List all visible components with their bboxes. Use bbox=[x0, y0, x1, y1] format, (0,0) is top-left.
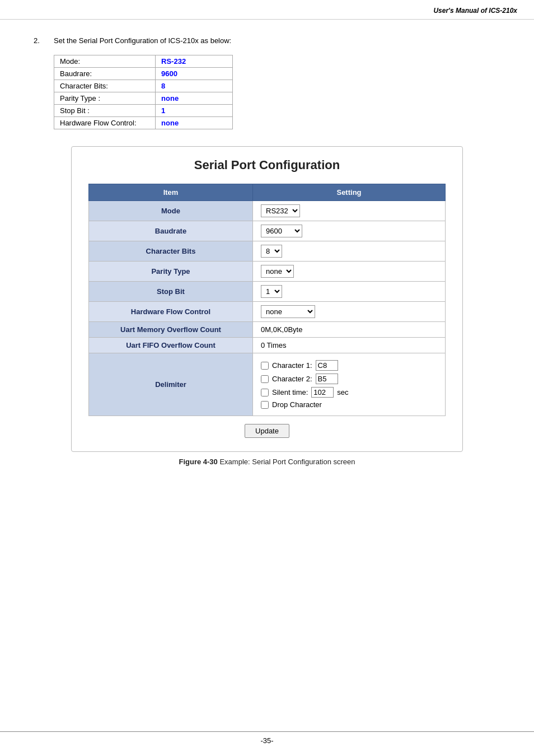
page-number: -35- bbox=[260, 736, 273, 745]
figure-label: Figure 4-30 bbox=[179, 458, 217, 466]
config-summary-table: Mode:RS-232Baudrare:9600Character Bits:8… bbox=[54, 55, 233, 129]
config-value: 1 bbox=[156, 105, 233, 117]
drop-label: Drop Character bbox=[272, 400, 322, 409]
config-label: Parity Type : bbox=[54, 92, 156, 105]
col-item-header: Item bbox=[89, 184, 253, 201]
serial-item-label: Mode bbox=[89, 201, 253, 221]
config-row: Baudrare:9600 bbox=[54, 68, 233, 80]
setting-select-character-bits[interactable]: 8765 bbox=[261, 245, 282, 258]
intro-line: 2. Set the Serial Port Configuration of … bbox=[34, 36, 500, 45]
config-value: none bbox=[156, 92, 233, 105]
delimiter-cell: Character 1:Character 2:Silent time:secD… bbox=[261, 358, 437, 411]
config-row: Character Bits:8 bbox=[54, 80, 233, 92]
char1-label: Character 1: bbox=[272, 361, 312, 370]
setting-text: 0M,0K,0Byte bbox=[261, 325, 302, 334]
delimiter-silent-item: Silent time:sec bbox=[261, 387, 437, 398]
config-row: Hardware Flow Control:none bbox=[54, 117, 233, 129]
config-label: Hardware Flow Control: bbox=[54, 117, 156, 129]
config-label: Stop Bit : bbox=[54, 105, 156, 117]
serial-row: Baudrate9600192003840057600115200 bbox=[89, 221, 446, 241]
delimiter-char2-item: Character 2: bbox=[261, 374, 437, 384]
char1-checkbox[interactable] bbox=[261, 362, 269, 370]
char2-checkbox[interactable] bbox=[261, 375, 269, 383]
figure-caption: Figure 4-30 Example: Serial Port Configu… bbox=[34, 458, 500, 466]
serial-config-table: Item Setting ModeRS232RS485RS422Baudrate… bbox=[88, 184, 446, 416]
drop-checkbox[interactable] bbox=[261, 401, 269, 409]
serial-setting-cell: RS232RS485RS422 bbox=[253, 201, 446, 221]
serial-row: Hardware Flow ControlnoneRTS/CTSXON/XOFF bbox=[89, 302, 446, 322]
setting-text: 0 Times bbox=[261, 341, 287, 349]
config-row: Parity Type :none bbox=[54, 92, 233, 105]
config-label: Baudrare: bbox=[54, 68, 156, 80]
char2-input[interactable] bbox=[316, 374, 338, 384]
config-value: RS-232 bbox=[156, 55, 233, 68]
serial-row: Uart FIFO Overflow Count0 Times bbox=[89, 338, 446, 353]
serial-item-label: Uart Memory Overflow Count bbox=[89, 322, 253, 338]
serial-item-label: Hardware Flow Control bbox=[89, 302, 253, 322]
delimiter-char1-item: Character 1: bbox=[261, 360, 437, 371]
setting-select-stop-bit[interactable]: 12 bbox=[261, 285, 282, 298]
serial-port-panel: Serial Port Configuration Item Setting M… bbox=[71, 146, 463, 452]
serial-row: Character Bits8765 bbox=[89, 241, 446, 262]
setting-select-hardware-flow-control[interactable]: noneRTS/CTSXON/XOFF bbox=[261, 305, 315, 318]
serial-item-label: Delimiter bbox=[89, 353, 253, 416]
serial-item-label: Parity Type bbox=[89, 262, 253, 282]
serial-setting-cell: 9600192003840057600115200 bbox=[253, 221, 446, 241]
serial-item-label: Baudrate bbox=[89, 221, 253, 241]
col-setting-header: Setting bbox=[253, 184, 446, 201]
serial-setting-cell: 8765 bbox=[253, 241, 446, 262]
silent-input[interactable] bbox=[311, 387, 334, 398]
config-row: Stop Bit :1 bbox=[54, 105, 233, 117]
serial-setting-cell: 0 Times bbox=[253, 338, 446, 353]
serial-item-label: Character Bits bbox=[89, 241, 253, 262]
serial-row: ModeRS232RS485RS422 bbox=[89, 201, 446, 221]
silent-checkbox[interactable] bbox=[261, 389, 269, 396]
char2-label: Character 2: bbox=[272, 375, 312, 383]
serial-row: Uart Memory Overflow Count0M,0K,0Byte bbox=[89, 322, 446, 338]
update-button[interactable]: Update bbox=[245, 424, 289, 438]
delimiter-drop-item: Drop Character bbox=[261, 400, 437, 409]
silent-label: Silent time: bbox=[272, 388, 308, 396]
update-row: Update bbox=[88, 424, 446, 438]
serial-setting-cell: 12 bbox=[253, 282, 446, 302]
config-value: none bbox=[156, 117, 233, 129]
serial-row: Parity Typenoneoddeven bbox=[89, 262, 446, 282]
step-number: 2. bbox=[34, 36, 45, 45]
setting-select-mode[interactable]: RS232RS485RS422 bbox=[261, 204, 300, 217]
serial-item-label: Uart FIFO Overflow Count bbox=[89, 338, 253, 353]
setting-select-baudrate[interactable]: 9600192003840057600115200 bbox=[261, 225, 302, 237]
serial-item-label: Stop Bit bbox=[89, 282, 253, 302]
config-value: 8 bbox=[156, 80, 233, 92]
char1-input[interactable] bbox=[316, 360, 338, 371]
config-value: 9600 bbox=[156, 68, 233, 80]
config-label: Character Bits: bbox=[54, 80, 156, 92]
silent-unit: sec bbox=[337, 388, 348, 396]
serial-row: DelimiterCharacter 1:Character 2:Silent … bbox=[89, 353, 446, 416]
config-row: Mode:RS-232 bbox=[54, 55, 233, 68]
intro-text: Set the Serial Port Configuration of ICS… bbox=[54, 36, 231, 45]
serial-setting-cell: 0M,0K,0Byte bbox=[253, 322, 446, 338]
serial-setting-cell: Character 1:Character 2:Silent time:secD… bbox=[253, 353, 446, 416]
page-content: 2. Set the Serial Port Configuration of … bbox=[0, 20, 534, 488]
serial-setting-cell: noneoddeven bbox=[253, 262, 446, 282]
setting-select-parity-type[interactable]: noneoddeven bbox=[261, 265, 294, 278]
page-footer: -35- bbox=[0, 731, 534, 745]
serial-row: Stop Bit12 bbox=[89, 282, 446, 302]
config-label: Mode: bbox=[54, 55, 156, 68]
figure-description: Example: Serial Port Configuration scree… bbox=[219, 458, 355, 466]
header-title: User's Manual of ICS-210x bbox=[433, 7, 517, 15]
page-header: User's Manual of ICS-210x bbox=[0, 0, 534, 20]
serial-setting-cell: noneRTS/CTSXON/XOFF bbox=[253, 302, 446, 322]
panel-title: Serial Port Configuration bbox=[88, 158, 446, 172]
